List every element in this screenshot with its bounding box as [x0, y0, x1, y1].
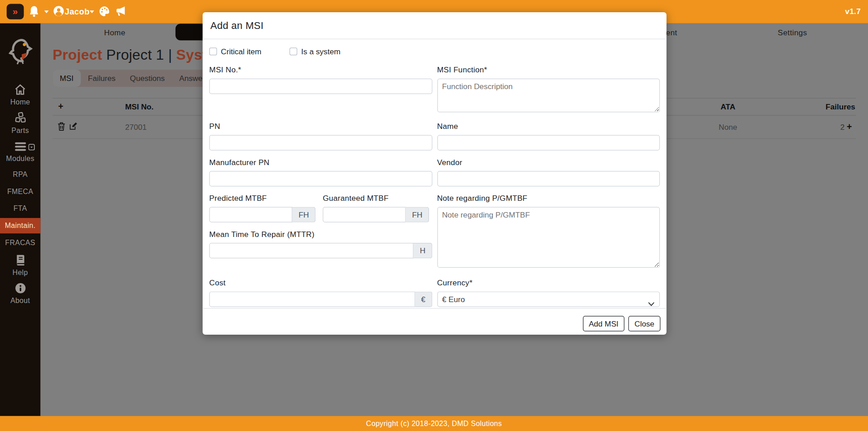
sidebar-expand-toggle[interactable]: »	[7, 4, 24, 19]
collapse-square-icon[interactable]	[28, 144, 35, 152]
critical-item-checkbox-group: Critical item	[209, 47, 261, 56]
cost-input[interactable]	[209, 292, 415, 307]
sidebar-item-label: Modules	[0, 154, 40, 162]
sidebar-item-modules[interactable]: Modules	[0, 142, 40, 162]
nav-item-home[interactable]: Home	[104, 28, 125, 37]
sidebar-item-rpa[interactable]: RPA	[0, 171, 40, 179]
user-name[interactable]: Jacob	[65, 7, 90, 16]
vendor-input[interactable]	[437, 171, 660, 186]
user-avatar-icon[interactable]	[53, 5, 64, 19]
add-msi-modal: Add an MSI Critical item Is a system MSI…	[203, 12, 667, 335]
sidebar-item-parts[interactable]: Parts	[0, 112, 40, 134]
pn-label: PN	[209, 122, 432, 131]
guaranteed-mtbf-group: Guaranteed MTBF FH	[323, 194, 429, 223]
msi-no-input[interactable]	[209, 79, 432, 94]
cost-label: Cost	[209, 278, 432, 287]
sidebar-item-label: FTA	[14, 204, 27, 212]
bell-icon[interactable]	[29, 5, 39, 19]
robin-logo	[0, 37, 40, 67]
msi-function-textarea[interactable]	[437, 79, 660, 113]
home-icon	[14, 84, 26, 95]
column-header-msi-no: MSI No.	[125, 102, 153, 111]
sidebar-item-label: RPA	[13, 171, 28, 179]
guaranteed-mtbf-input[interactable]	[323, 207, 406, 222]
currency-select[interactable]: € Euro	[437, 292, 660, 307]
mttr-input[interactable]	[209, 243, 414, 258]
sidebar-item-label: Parts	[0, 126, 40, 134]
critical-item-label[interactable]: Critical item	[221, 47, 261, 56]
sidebar-item-help[interactable]: Help	[0, 254, 40, 276]
currency-group: Currency* € Euro	[437, 278, 660, 307]
modal-footer: Add MSI Close	[203, 308, 667, 338]
sidebar-item-fmeca[interactable]: FMECA	[0, 188, 40, 196]
column-header-failures: Failures	[825, 102, 855, 111]
parts-icon	[14, 112, 26, 123]
nav-item-partial[interactable]: ent	[666, 28, 677, 37]
pn-input[interactable]	[209, 135, 432, 150]
vendor-label: Vendor	[437, 158, 660, 167]
app-root: » Jacob v1.7 Home	[0, 0, 868, 431]
sidebar-item-label: Help	[0, 268, 40, 276]
sidebar-item-maintain-active[interactable]: Maintain.	[0, 218, 40, 233]
mtbf-mttr-column: Predicted MTBF FH Guaranteed MTBF FH	[209, 194, 432, 270]
is-a-system-checkbox[interactable]	[290, 47, 297, 55]
sidebar-item-label: FMECA	[7, 188, 33, 196]
modal-title: Add an MSI	[210, 20, 658, 32]
predicted-mtbf-unit: FH	[292, 207, 315, 222]
manufacturer-pn-label: Manufacturer PN	[209, 158, 432, 167]
cost-currency-symbol: €	[415, 292, 432, 307]
cost-group: Cost €	[209, 278, 432, 307]
help-book-icon	[15, 254, 25, 265]
sidebar-item-fta[interactable]: FTA	[0, 204, 40, 212]
add-failure-icon[interactable]: +	[847, 122, 852, 132]
page-title: Project Project 1 | System	[52, 47, 228, 64]
name-input[interactable]	[437, 135, 660, 150]
cell-ata: None	[706, 123, 750, 132]
close-button[interactable]: Close	[629, 316, 661, 331]
sidebar-item-label: Home	[0, 98, 40, 106]
nav-item-settings[interactable]: Settings	[778, 28, 807, 37]
tab-questions[interactable]: Questions	[123, 70, 172, 87]
edit-icon[interactable]	[69, 122, 77, 132]
add-msi-icon[interactable]: +	[58, 102, 63, 112]
user-caret-down-icon[interactable]	[90, 10, 94, 13]
tab-msi[interactable]: MSI	[52, 70, 81, 87]
mttr-group: Mean Time To Repair (MTTR) H	[209, 230, 432, 259]
is-a-system-label[interactable]: Is a system	[301, 47, 341, 56]
app-version: v1.7	[845, 7, 861, 16]
column-header-ata: ATA	[706, 102, 750, 111]
cell-failures: 2 +	[840, 122, 852, 132]
manufacturer-pn-input[interactable]	[209, 171, 432, 186]
palette-icon[interactable]	[99, 5, 110, 19]
sidebar-item-label: About	[0, 297, 40, 305]
checkbox-row: Critical item Is a system	[209, 47, 660, 56]
note-textarea[interactable]	[437, 207, 660, 268]
modal-body: Critical item Is a system MSI No.* MSI F…	[203, 39, 667, 307]
tab-failures[interactable]: Failures	[81, 70, 123, 87]
mttr-unit: H	[414, 243, 432, 258]
critical-item-checkbox[interactable]	[209, 47, 217, 55]
add-msi-button[interactable]: Add MSI	[582, 316, 625, 331]
bell-caret-down-icon[interactable]	[44, 10, 49, 13]
sidebar-item-home[interactable]: Home	[0, 84, 40, 106]
msi-function-label: MSI Function*	[437, 65, 660, 74]
footer-bar: Copyright (c) 2018-2023, DMD Solutions	[0, 416, 868, 431]
megaphone-icon[interactable]	[114, 5, 127, 19]
sidebar: Home Parts Modules RPA FMECA FTA Maintai…	[0, 23, 40, 416]
predicted-mtbf-label: Predicted MTBF	[209, 194, 315, 203]
about-info-icon	[14, 283, 25, 294]
copyright-text: Copyright (c) 2018-2023, DMD Solutions	[366, 419, 502, 427]
modal-header: Add an MSI	[203, 12, 667, 39]
double-chevron-icon: »	[13, 6, 18, 16]
note-label: Note regarding P/GMTBF	[437, 194, 660, 203]
page-title-project-word: Project	[52, 47, 102, 63]
predicted-mtbf-input[interactable]	[209, 207, 292, 222]
delete-icon[interactable]	[57, 122, 65, 132]
sidebar-item-label: Maintain.	[5, 221, 36, 229]
sidebar-item-fracas[interactable]: FRACAS	[0, 238, 40, 246]
msi-function-group: MSI Function*	[437, 65, 660, 114]
cell-msi-no: 27001	[125, 123, 147, 132]
predicted-mtbf-group: Predicted MTBF FH	[209, 194, 315, 223]
sidebar-item-about[interactable]: About	[0, 283, 40, 305]
sidebar-item-label: FRACAS	[5, 238, 35, 246]
